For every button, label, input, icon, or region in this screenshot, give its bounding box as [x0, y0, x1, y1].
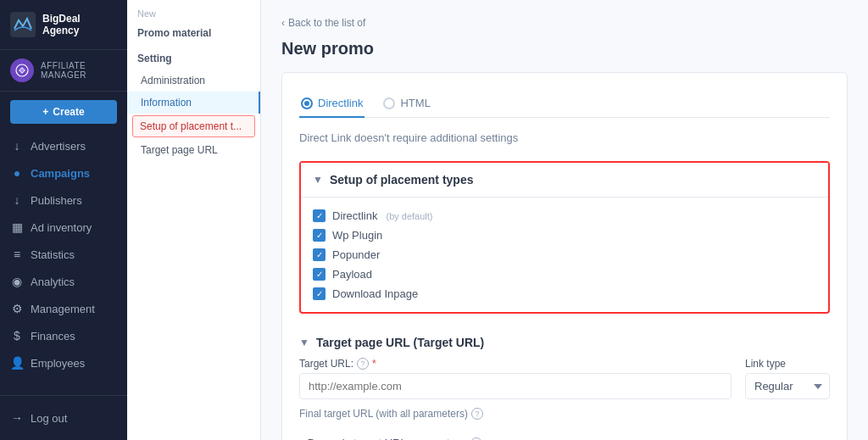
info-text: Direct Link doesn't require additional s… — [299, 131, 830, 144]
sidebar-item-employees[interactable]: 👤 Employees — [0, 349, 127, 376]
sub-sidebar: New Promo material Setting Administratio… — [127, 0, 261, 440]
sidebar-item-finances[interactable]: $ Finances — [0, 322, 127, 349]
required-indicator: * — [372, 358, 376, 370]
statistics-icon: ≡ — [10, 248, 24, 261]
sidebar-item-campaigns[interactable]: ● Campaigns — [0, 159, 127, 187]
advertisers-icon: ↓ — [10, 139, 24, 153]
target-url-help-icon[interactable]: ? — [357, 358, 369, 370]
checkbox-popunder[interactable]: Popunder — [313, 248, 816, 261]
sidebar-item-ad-inventory[interactable]: ▦ Ad inventory — [0, 214, 127, 241]
publishers-icon: ↓ — [10, 193, 24, 207]
brand-name: BigDeal Agency — [42, 13, 81, 37]
final-url-text: Final target URL (with all parameters) ? — [299, 408, 830, 420]
sub-sidebar-information[interactable]: Information — [127, 92, 260, 114]
target-url-row: Target URL: ? * Link type RegularSmartDi… — [299, 358, 830, 399]
target-url-section: ▼ Target page URL (Target URL) Target UR… — [299, 327, 830, 440]
dynamic-params-help-icon[interactable]: ? — [470, 437, 482, 441]
placement-chevron-icon: ▼ — [313, 174, 323, 186]
sidebar-nav: ↓ Advertisers ● Campaigns ↓ Publishers ▦… — [0, 132, 127, 395]
checkbox-wp-plugin[interactable]: Wp Plugin — [313, 229, 816, 242]
tab-directlink[interactable]: Directlink — [299, 90, 364, 118]
target-section-header[interactable]: ▼ Target page URL (Target URL) — [299, 327, 830, 358]
logout-icon: → — [10, 411, 24, 425]
target-section-title: Target page URL (Target URL) — [316, 336, 484, 349]
tab-html[interactable]: HTML — [381, 90, 431, 118]
logout-item[interactable]: → Log out — [10, 404, 117, 432]
placement-section-body: Directlink (by default) Wp Plugin Popund… — [301, 198, 828, 312]
form-card: Directlink HTML Direct Link doesn't requ… — [281, 72, 848, 440]
target-url-label: Target URL: ? * — [299, 358, 732, 370]
checkbox-payload[interactable]: Payload — [313, 268, 816, 281]
sidebar-footer: → Log out — [0, 395, 127, 440]
directlink-radio[interactable] — [301, 97, 313, 109]
popunder-checkbox[interactable] — [313, 248, 326, 261]
sidebar-item-publishers[interactable]: ↓ Publishers — [0, 187, 127, 214]
create-button[interactable]: + Create — [10, 100, 117, 124]
ad-inventory-icon: ▦ — [10, 220, 24, 234]
sidebar: BigDeal Agency AFFILIATE MANAGER + Creat… — [0, 0, 127, 440]
checkbox-directlink[interactable]: Directlink (by default) — [313, 209, 816, 222]
sidebar-item-management[interactable]: ⚙ Management — [0, 295, 127, 322]
content-area: New Promo material Setting Administratio… — [127, 0, 868, 440]
sub-sidebar-setup-placement[interactable]: Setup of placement t... — [132, 115, 255, 137]
sidebar-item-statistics[interactable]: ≡ Statistics — [0, 241, 127, 268]
sub-sidebar-title: Promo material — [127, 27, 260, 47]
download-inpage-checkbox[interactable] — [313, 287, 326, 300]
placement-section-title: Setup of placement types — [330, 173, 474, 187]
employees-icon: 👤 — [10, 356, 24, 370]
sub-sidebar-setting[interactable]: Setting — [127, 47, 260, 70]
payload-checkbox[interactable] — [313, 268, 326, 281]
dynamic-params-toggle[interactable]: › Dynamic target URL parameters ? — [299, 430, 830, 440]
analytics-icon: ◉ — [10, 275, 24, 288]
svg-point-2 — [20, 69, 24, 72]
checkbox-download-inpage[interactable]: Download Inpage — [313, 287, 816, 300]
link-type-label: Link type — [745, 358, 830, 370]
final-url-help-icon[interactable]: ? — [471, 408, 483, 420]
target-chevron-icon: ▼ — [299, 337, 309, 348]
target-url-input[interactable] — [299, 373, 732, 399]
management-icon: ⚙ — [10, 302, 24, 315]
wp-plugin-checkbox[interactable] — [313, 229, 326, 242]
sub-sidebar-target-page[interactable]: Target page URL — [127, 139, 260, 161]
html-radio[interactable] — [383, 97, 395, 109]
placement-section-header[interactable]: ▼ Setup of placement types — [301, 163, 828, 198]
link-type-group: Link type RegularSmartDirect — [745, 358, 830, 399]
target-url-group: Target URL: ? * — [299, 358, 732, 399]
link-type-select[interactable]: RegularSmartDirect — [745, 373, 830, 399]
logo-area: BigDeal Agency — [0, 0, 127, 50]
sub-sidebar-header: New — [127, 0, 260, 27]
main-panel: ‹ Back to the list of New promo Directli… — [261, 0, 868, 440]
directlink-checkbox[interactable] — [313, 209, 326, 222]
plus-icon: + — [42, 106, 48, 118]
sidebar-item-analytics[interactable]: ◉ Analytics — [0, 268, 127, 295]
tabs: Directlink HTML — [299, 90, 830, 118]
page-title: New promo — [281, 39, 848, 58]
affiliate-manager-section: AFFILIATE MANAGER — [0, 50, 127, 92]
sub-sidebar-administration[interactable]: Administration — [127, 70, 260, 92]
placement-section: ▼ Setup of placement types Directlink (b… — [299, 161, 830, 314]
campaigns-icon: ● — [10, 166, 24, 180]
affiliate-icon — [10, 58, 34, 82]
sidebar-item-advertisers[interactable]: ↓ Advertisers — [0, 132, 127, 159]
back-link[interactable]: ‹ Back to the list of — [281, 17, 848, 29]
brand-logo-icon — [10, 12, 36, 37]
finances-icon: $ — [10, 329, 24, 343]
back-arrow-icon: ‹ — [281, 17, 285, 29]
